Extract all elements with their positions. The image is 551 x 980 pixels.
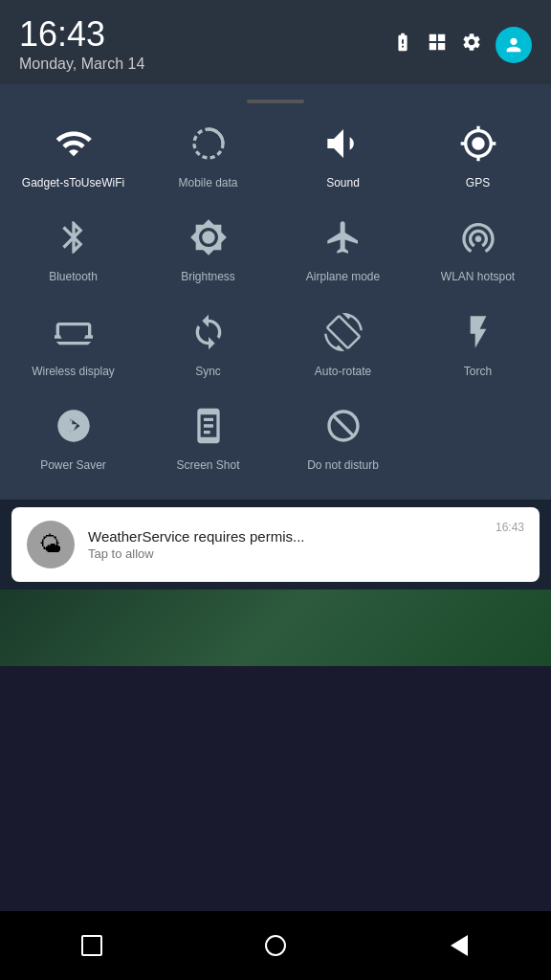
- power-saver-label: Power Saver: [40, 458, 106, 472]
- recents-icon: [81, 935, 102, 956]
- qs-tile-power-saver[interactable]: Power Saver: [8, 393, 139, 483]
- torch-label: Torch: [464, 365, 492, 378]
- bluetooth-icon: [55, 218, 93, 262]
- qs-tile-airplane[interactable]: Airplane mode: [277, 205, 408, 295]
- bluetooth-label: Bluetooth: [49, 270, 98, 283]
- weather-notification-icon: 🌤: [27, 521, 75, 568]
- account-icon[interactable]: [496, 27, 532, 63]
- quick-settings-panel: Gadget-sToUseWiFi Mobile data Sound: [0, 84, 551, 500]
- qs-tile-hotspot[interactable]: WLAN hotspot: [412, 205, 543, 295]
- sync-icon: [189, 313, 228, 357]
- qs-tile-wireless-display[interactable]: Wireless display: [8, 300, 139, 390]
- qs-tile-sound[interactable]: Sound: [277, 111, 408, 201]
- wireless-display-icon: [55, 313, 93, 357]
- hotspot-label: WLAN hotspot: [441, 270, 515, 283]
- qs-tile-torch[interactable]: Torch: [412, 300, 543, 390]
- status-time: 16:43: [19, 17, 144, 52]
- mobile-data-icon: [189, 124, 228, 168]
- notification-title: WeatherService requires permis...: [88, 528, 482, 545]
- home-button[interactable]: [252, 922, 299, 969]
- wireless-display-label: Wireless display: [32, 365, 115, 378]
- status-icons: [392, 27, 532, 63]
- notification-card-weather[interactable]: 🌤 WeatherService requires permis... Tap …: [11, 507, 540, 582]
- qs-tile-gps[interactable]: GPS: [412, 111, 543, 201]
- quick-settings-grid: Gadget-sToUseWiFi Mobile data Sound: [8, 111, 543, 484]
- gps-label: GPS: [466, 176, 490, 189]
- screenshot-label: Screen Shot: [176, 458, 239, 472]
- wifi-label: Gadget-sToUseWiFi: [22, 176, 124, 189]
- back-button[interactable]: [435, 922, 483, 969]
- sound-label: Sound: [326, 176, 360, 189]
- notification-area: 🌤 WeatherService requires permis... Tap …: [0, 500, 551, 590]
- back-icon: [451, 935, 468, 956]
- qs-tile-sync[interactable]: Sync: [143, 300, 274, 390]
- grid-icon[interactable]: [427, 32, 448, 58]
- gps-icon: [459, 124, 497, 168]
- sound-icon: [324, 124, 363, 168]
- wallpaper-area: [0, 590, 551, 666]
- home-icon: [265, 935, 286, 956]
- wifi-icon: [55, 124, 93, 168]
- hotspot-icon: [459, 218, 497, 262]
- sync-label: Sync: [195, 365, 221, 378]
- auto-rotate-label: Auto-rotate: [315, 365, 371, 378]
- qs-tile-wifi[interactable]: Gadget-sToUseWiFi: [8, 111, 139, 201]
- status-date: Monday, March 14: [19, 56, 144, 73]
- notification-time: 16:43: [496, 521, 524, 534]
- dnd-icon: [324, 407, 363, 451]
- recents-button[interactable]: [68, 922, 116, 969]
- dnd-label: Do not disturb: [307, 458, 379, 472]
- power-saver-icon: [55, 407, 93, 451]
- status-bar: 16:43 Monday, March 14: [0, 0, 551, 84]
- notification-subtitle: Tap to allow: [88, 546, 482, 561]
- airplane-mode-label: Airplane mode: [306, 270, 380, 283]
- mobile-data-label: Mobile data: [178, 176, 237, 189]
- qs-tile-bluetooth[interactable]: Bluetooth: [8, 205, 139, 295]
- brightness-icon: [189, 218, 228, 262]
- qs-tile-mobile-data[interactable]: Mobile data: [143, 111, 274, 201]
- qs-tile-dnd[interactable]: Do not disturb: [277, 393, 408, 483]
- notification-content: WeatherService requires permis... Tap to…: [88, 528, 482, 561]
- navigation-bar: [0, 911, 551, 980]
- auto-rotate-icon: [324, 313, 363, 357]
- qs-tile-brightness[interactable]: Brightness: [143, 205, 274, 295]
- settings-icon[interactable]: [461, 32, 482, 58]
- qs-tile-screenshot[interactable]: Screen Shot: [143, 393, 274, 483]
- brightness-label: Brightness: [181, 270, 235, 283]
- drag-handle: [247, 100, 304, 103]
- battery-charging-icon: [392, 32, 413, 58]
- qs-tile-auto-rotate[interactable]: Auto-rotate: [277, 300, 408, 390]
- screenshot-icon: [189, 407, 228, 451]
- airplane-mode-icon: [324, 218, 363, 262]
- torch-icon: [459, 313, 497, 357]
